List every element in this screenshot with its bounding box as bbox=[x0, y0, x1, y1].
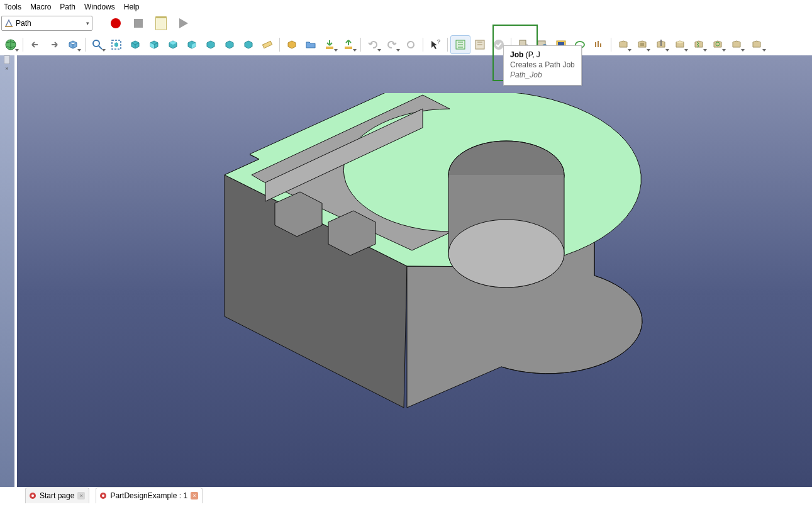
note-icon bbox=[155, 16, 167, 30]
svg-point-21 bbox=[448, 220, 564, 287]
menu-path[interactable]: Path bbox=[60, 3, 75, 11]
whatsthis-button[interactable]: ? bbox=[426, 36, 445, 53]
freecad-icon bbox=[99, 492, 107, 499]
cube-left-icon bbox=[242, 38, 255, 51]
export-button[interactable] bbox=[339, 36, 358, 53]
cube-right-icon bbox=[186, 38, 198, 51]
chevron-down-icon: ▾ bbox=[86, 20, 89, 26]
nav-forward-button[interactable] bbox=[45, 36, 64, 53]
svg-point-23 bbox=[31, 494, 34, 497]
globe-icon bbox=[4, 38, 17, 51]
path-profile-button[interactable] bbox=[614, 36, 633, 53]
measure-button[interactable] bbox=[258, 36, 277, 53]
redo-button[interactable] bbox=[382, 36, 401, 53]
cursor-help-icon: ? bbox=[429, 38, 442, 51]
arrow-left-icon bbox=[29, 38, 42, 51]
svg-text:?: ? bbox=[437, 38, 440, 45]
view-bottom-button[interactable] bbox=[220, 36, 239, 53]
undo-button[interactable] bbox=[364, 36, 382, 53]
cube-rear-icon bbox=[204, 38, 217, 51]
svg-rect-17 bbox=[660, 40, 662, 46]
model-render bbox=[206, 93, 659, 471]
main-toolbar: ? bbox=[0, 34, 812, 55]
viewport-area: × bbox=[0, 55, 812, 504]
menu-bar: Tools Macro Path Windows Help bbox=[0, 0, 812, 14]
path-post-button[interactable] bbox=[470, 36, 489, 53]
svg-point-25 bbox=[102, 494, 104, 497]
menu-help[interactable]: Help bbox=[124, 3, 140, 11]
arrow-right-icon bbox=[48, 38, 60, 51]
helix-icon bbox=[692, 38, 705, 51]
nav-link-button[interactable] bbox=[64, 36, 82, 53]
path-slot-button[interactable] bbox=[727, 36, 746, 53]
workbench-selector[interactable]: Path ▾ bbox=[1, 16, 92, 31]
close-icon[interactable]: × bbox=[191, 492, 198, 499]
undo-icon bbox=[367, 38, 379, 51]
3d-viewport[interactable] bbox=[17, 55, 812, 487]
refresh-icon bbox=[404, 38, 417, 51]
zoom-button[interactable] bbox=[88, 36, 107, 53]
tab-start-page[interactable]: Start page × bbox=[25, 488, 89, 503]
macro-run-button[interactable] bbox=[174, 15, 193, 31]
tab-doc-label: PartDesignExample : 1 bbox=[110, 491, 187, 500]
adaptive-icon bbox=[711, 38, 724, 51]
view-rear-button[interactable] bbox=[201, 36, 220, 53]
path-helix-button[interactable] bbox=[689, 36, 708, 53]
svg-rect-16 bbox=[640, 43, 644, 46]
link-cube-icon bbox=[67, 38, 79, 51]
macro-stop-button[interactable] bbox=[129, 15, 148, 31]
panel-handle-icon bbox=[4, 55, 10, 64]
view-iso-button[interactable] bbox=[126, 36, 145, 53]
path-drill-button[interactable] bbox=[652, 36, 670, 53]
path-opcycle-button[interactable] bbox=[589, 36, 608, 53]
open-button[interactable] bbox=[301, 36, 320, 53]
path-job-button[interactable] bbox=[450, 35, 470, 54]
nav-back-button[interactable] bbox=[26, 36, 45, 53]
path-adaptive-button[interactable] bbox=[708, 36, 727, 53]
macro-record-button[interactable] bbox=[106, 15, 125, 31]
fit-icon bbox=[110, 38, 123, 51]
view-top-button[interactable] bbox=[164, 36, 182, 53]
record-icon bbox=[111, 18, 121, 28]
tooltip: Job (P, J Creates a Path Job Path_Job bbox=[503, 45, 582, 86]
path-pocket-button[interactable] bbox=[633, 36, 652, 53]
path-face-button[interactable] bbox=[670, 36, 689, 53]
menu-macro[interactable]: Macro bbox=[30, 3, 51, 11]
view-left-button[interactable] bbox=[239, 36, 258, 53]
profile-icon bbox=[617, 38, 630, 51]
export-icon bbox=[342, 38, 355, 51]
panel-close-icon: × bbox=[4, 65, 10, 72]
cube-iso-icon bbox=[129, 38, 142, 51]
macro-edit-button[interactable] bbox=[152, 15, 170, 31]
cube-bottom-icon bbox=[223, 38, 236, 51]
svg-point-2 bbox=[93, 40, 99, 47]
close-icon[interactable]: × bbox=[77, 492, 85, 499]
view-front-button[interactable] bbox=[145, 36, 164, 53]
workbench-bar: Path ▾ bbox=[0, 14, 812, 34]
workbench-label: Path bbox=[16, 19, 31, 28]
view-right-button[interactable] bbox=[182, 36, 201, 53]
panel-collapsed-strip[interactable]: × bbox=[0, 55, 14, 487]
import-button[interactable] bbox=[320, 36, 339, 53]
pocket-icon bbox=[636, 38, 648, 51]
svg-rect-0 bbox=[5, 26, 13, 27]
menu-windows[interactable]: Windows bbox=[84, 3, 115, 11]
menu-tools[interactable]: Tools bbox=[4, 3, 21, 11]
post-icon bbox=[474, 38, 486, 51]
refresh-button[interactable] bbox=[401, 36, 420, 53]
part-button[interactable] bbox=[282, 36, 301, 53]
document-tabs: Start page × PartDesignExample : 1 × bbox=[25, 487, 203, 504]
slot-icon bbox=[730, 38, 743, 51]
path-engrave-button[interactable] bbox=[746, 36, 767, 53]
import-icon bbox=[323, 38, 336, 51]
tooltip-command: Path_Job bbox=[510, 70, 575, 80]
svg-rect-5 bbox=[262, 41, 272, 48]
redo-icon bbox=[386, 38, 398, 51]
freecad-icon bbox=[29, 492, 36, 499]
tab-document[interactable]: PartDesignExample : 1 × bbox=[96, 488, 203, 503]
tooltip-desc: Creates a Path Job bbox=[510, 60, 575, 70]
tooltip-shortcut: (P, J bbox=[526, 50, 540, 59]
drill-icon bbox=[655, 38, 667, 51]
fit-all-button[interactable] bbox=[107, 36, 126, 53]
nav-home-button[interactable] bbox=[1, 36, 20, 53]
